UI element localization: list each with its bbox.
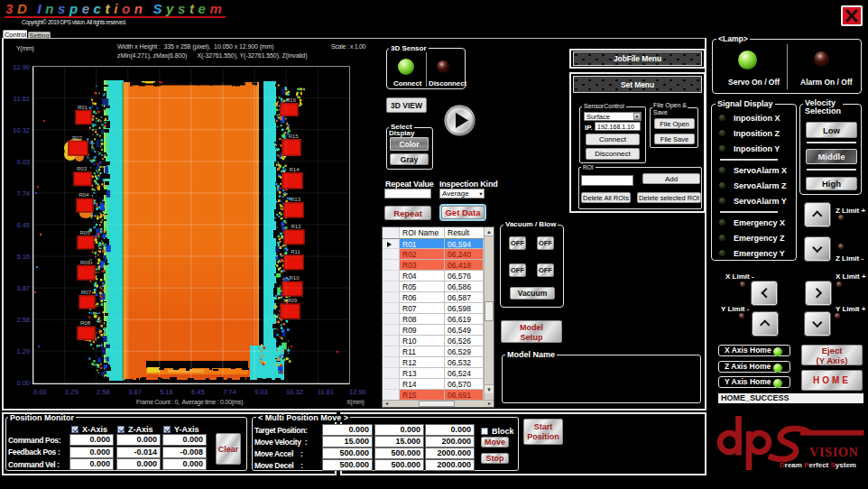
svg-text:R15: R15 bbox=[288, 134, 299, 139]
svg-text:R02: R02 bbox=[72, 135, 83, 141]
svg-text:R01: R01 bbox=[78, 105, 88, 110]
svg-text:R13: R13 bbox=[291, 197, 301, 202]
svg-text:R07: R07 bbox=[81, 290, 92, 295]
svg-text:R03: R03 bbox=[77, 166, 88, 171]
svg-text:R05: R05 bbox=[79, 230, 90, 235]
svg-text:R08: R08 bbox=[80, 320, 91, 326]
svg-text:VISION: VISION bbox=[809, 445, 859, 459]
svg-text:R09: R09 bbox=[287, 298, 298, 303]
svg-text:Dream Perfect System: Dream Perfect System bbox=[780, 461, 856, 469]
svg-text:R10: R10 bbox=[289, 275, 300, 281]
svg-text:R14: R14 bbox=[289, 167, 300, 172]
svg-text:R11: R11 bbox=[291, 249, 300, 254]
svg-text:R06: R06 bbox=[80, 260, 91, 265]
